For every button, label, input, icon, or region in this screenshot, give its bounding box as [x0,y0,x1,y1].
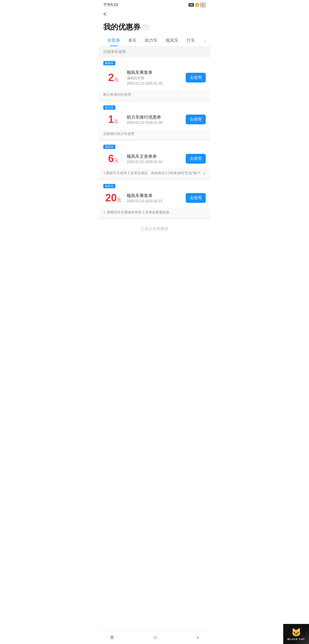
coupon-name-3: 顺风车主首单券 [127,154,182,159]
status-right: HD 📶 61 [189,3,206,7]
back-button[interactable]: < [103,11,107,17]
coupon-card-1: 顺风车 2元 顺风车乘客券 满40元可用 2020.01.21-2020.01.… [99,57,210,102]
use-button-4[interactable]: 去使用 [186,193,206,203]
coupon-info-1: 顺风车乘客券 满40元可用 2020.01.21-2020.01.26 [127,70,182,85]
coupon-name-4: 顺风车乘客券 [127,193,182,199]
tab-bike[interactable]: 单车 [124,36,141,46]
all-data-text: 已显示所有数据 [99,219,210,238]
signal-icon: 📶 [195,3,199,7]
coupon-name-2: 助力车骑行优惠券 [127,115,182,120]
coupon-name-1: 顺风车乘客券 [127,70,182,75]
help-icon[interactable]: ? [143,24,148,30]
coupon-note-2: 仅限骑行助力车使用 [99,129,210,139]
menu-icon[interactable]: ≡ [110,634,114,641]
tab-arrow: › [204,38,206,44]
coupon-condition-1: 满40元可用 [127,76,182,81]
home-icon[interactable]: ○ [153,634,157,641]
coupon-date-4: 2020.01.23-2020.03.23 [127,199,182,203]
back-nav-icon[interactable]: ‹ [197,634,199,641]
coupon-card-2: 助力车 1元 助力车骑行优惠券 2020.01.21-2020.01.28 去使… [99,102,210,141]
status-time: 下午5:23 [103,2,118,7]
expand-icon-3[interactable]: ∨ [203,171,206,176]
tab-shunfeng[interactable]: 顺风车 [162,36,183,46]
coupon-note-4: 1..限顺风车开通城市使用 2.本券由客服发放 [99,208,210,217]
hd-badge: HD [189,3,194,7]
use-button-1[interactable]: 去使用 [186,73,206,83]
coupon-amount-4: 20元 [103,193,123,203]
tab-ebike[interactable]: 助力车 [141,36,162,46]
use-button-2[interactable]: 去使用 [186,115,206,124]
tabs-row: 全部券 单车 助力车 顺风车 打车 › [99,34,210,46]
coupon-amount-3: 6元 [103,154,123,164]
coupon-card-4: 顺风车 20元 顺风车乘客券 2020.01.23-2020.03.23 去使用… [99,180,210,219]
status-bar: 下午5:23 HD 📶 61 [99,0,210,9]
coupon-amount-2: 1元 [103,114,123,125]
section-label: 仅限单车使用 [99,46,210,57]
coupon-card-3: 顺风车 6元 顺风车主首单券 2020.01.21-2020.02.04 去使用… [99,141,210,180]
tab-all[interactable]: 全部券 [103,36,124,46]
coupon-tag-4: 顺风车 [103,184,115,188]
coupon-date-1: 2020.01.21-2020.01.26 [127,81,182,85]
page-title: 我的优惠券 [103,22,140,32]
coupon-date-3: 2020.01.21-2020.02.04 [127,160,182,164]
coupon-tag-3: 顺风车 [103,145,115,149]
coupon-tag-2: 助力车 [103,105,115,110]
coupon-info-3: 顺风车主首单券 2020.01.21-2020.02.04 [127,154,182,164]
coupon-amount-1: 2元 [103,72,123,83]
use-button-3[interactable]: 去使用 [186,154,206,164]
bottom-nav: ≡ ○ ‹ [99,631,210,644]
coupon-note-1: 限订单满40元使用 [99,90,210,99]
coupon-info-2: 助力车骑行优惠券 2020.01.21-2020.01.28 [127,115,182,125]
coupon-date-2: 2020.01.21-2020.01.28 [127,121,182,125]
tab-taxi[interactable]: 打车 [183,36,199,46]
coupon-note-3: 1.限新车主使用 2.首单完成后，奖励将在2小时发放到"红包"账户 ∨ [99,168,210,178]
page-title-row: 我的优惠券 ? [99,19,210,34]
battery-icon: 61 [200,3,206,7]
nav-bar: < [99,9,210,19]
coupon-tag-1: 顺风车 [103,61,115,65]
coupon-info-4: 顺风车乘客券 2020.01.23-2020.03.23 [127,193,182,203]
